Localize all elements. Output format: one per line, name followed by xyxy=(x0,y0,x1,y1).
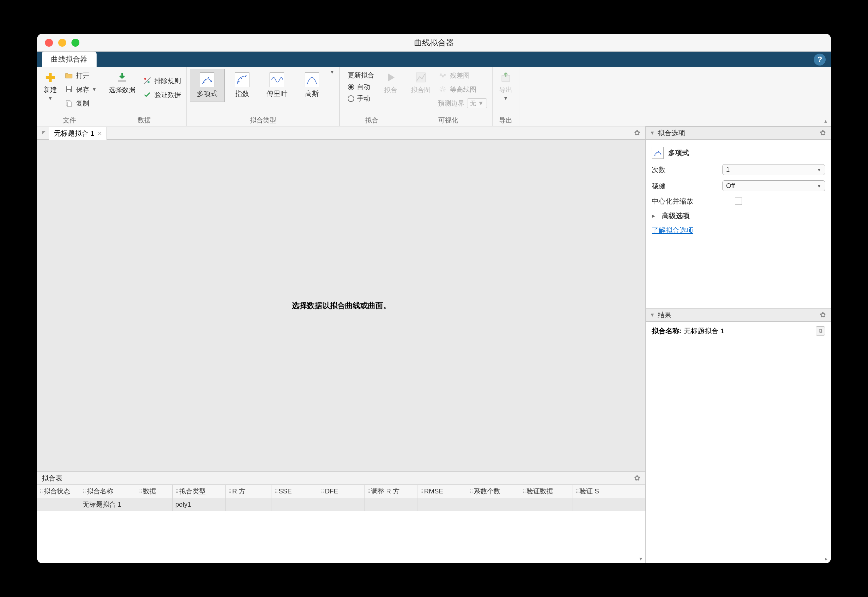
svg-rect-6 xyxy=(68,102,71,107)
robust-value: Off xyxy=(726,182,735,190)
select-data-button[interactable]: 选择数据 xyxy=(105,69,139,112)
app-tabstrip: 曲线拟合器 ? xyxy=(37,52,831,67)
fourier-label: 傅里叶 xyxy=(267,89,287,98)
col-fit-status[interactable]: ⠿拟合状态 xyxy=(37,485,80,498)
fit-type-gauss[interactable]: 高斯 xyxy=(298,69,326,102)
caret-down-icon: ▼ xyxy=(817,183,821,189)
visual-group-label: 可视化 xyxy=(407,114,489,126)
fit-type-more-button[interactable]: ▾ xyxy=(328,69,336,75)
copy-icon: ⧉ xyxy=(819,328,822,334)
validate-data-button[interactable]: 验证数据 xyxy=(141,88,183,101)
svg-rect-4 xyxy=(67,90,70,92)
robust-select[interactable]: Off ▼ xyxy=(723,180,825,191)
col-fit-name[interactable]: ⠿拟合名称 xyxy=(80,485,136,498)
results-fit-name-value: 无标题拟合 1 xyxy=(684,327,724,334)
col-rsq[interactable]: ⠿R 方 xyxy=(226,485,272,498)
help-button[interactable]: ? xyxy=(814,53,826,65)
svg-marker-18 xyxy=(388,73,395,82)
copy-label: 复制 xyxy=(76,99,89,108)
col-dfe[interactable]: ⠿DFE xyxy=(318,485,364,498)
gauss-icon xyxy=(305,73,319,87)
fit-type-exp[interactable]: 指数 xyxy=(228,69,256,102)
residual-icon xyxy=(438,71,447,80)
gear-icon[interactable]: ✿ xyxy=(634,474,640,483)
svg-point-25 xyxy=(441,88,444,91)
advanced-options-toggle[interactable]: ▸ 高级选项 xyxy=(652,208,825,223)
col-valdata[interactable]: ⠿验证数据 xyxy=(520,485,573,498)
gear-icon[interactable]: ✿ xyxy=(820,311,826,319)
close-window-button[interactable] xyxy=(45,39,53,47)
copy-results-button[interactable]: ⧉ xyxy=(816,326,825,336)
save-button[interactable]: 保存 ▼ xyxy=(62,83,99,96)
contour-button[interactable]: 等高线图 xyxy=(436,83,489,96)
table-row[interactable]: 无标题拟合 1 poly1 xyxy=(37,498,645,511)
traffic-lights xyxy=(37,39,79,47)
fit-label: 拟合 xyxy=(384,85,397,94)
col-adj-rsq[interactable]: ⠿调整 R 方 xyxy=(364,485,418,498)
col-fit-type[interactable]: ⠿拟合类型 xyxy=(173,485,226,498)
svg-point-23 xyxy=(444,74,446,76)
svg-point-17 xyxy=(245,76,246,77)
fit-button[interactable]: 拟合 xyxy=(381,69,401,112)
gear-icon[interactable]: ✿ xyxy=(820,129,826,137)
fit-type-name: 多项式 xyxy=(668,148,689,157)
gauss-label: 高斯 xyxy=(305,89,319,98)
residual-button[interactable]: 残差图 xyxy=(436,69,489,82)
file-group-label: 文件 xyxy=(40,114,99,126)
fit-type-poly[interactable]: 多项式 xyxy=(190,69,225,102)
save-icon xyxy=(64,85,73,94)
manual-radio[interactable]: 手动 xyxy=(348,93,374,104)
poly-icon xyxy=(652,147,664,159)
col-rmse[interactable]: ⠿RMSE xyxy=(418,485,467,498)
fit-tab[interactable]: 无标题拟合 1 × xyxy=(49,127,107,140)
caret-down-icon: ▼ xyxy=(817,167,821,172)
col-ncoeff[interactable]: ⠿系数个数 xyxy=(467,485,520,498)
close-tab-button[interactable]: × xyxy=(98,129,102,137)
ribbon-group-data: 选择数据 排除规则 验证数据 xyxy=(102,67,187,126)
results-header[interactable]: ▼ 结果 ✿ xyxy=(646,309,831,322)
radio-checked-icon xyxy=(348,84,354,91)
minimize-window-button[interactable] xyxy=(58,39,66,47)
fit-table-head-row: ⠿拟合状态 ⠿拟合名称 ⠿数据 ⠿拟合类型 ⠿R 方 ⠿SSE ⠿DFE ⠿调整… xyxy=(37,485,645,498)
fit-options-body: 多项式 次数 1 ▼ 稳健 Off ▼ 中心化并 xyxy=(646,140,831,242)
degree-select[interactable]: 1 ▼ xyxy=(723,164,825,175)
center-scale-label: 中心化并缩放 xyxy=(652,197,730,206)
triangle-down-icon: ▼ xyxy=(650,130,655,136)
ribbon-group-fittype: 多项式 指数 傅里叶 xyxy=(187,67,340,126)
maximize-window-button[interactable] xyxy=(71,39,79,47)
results-fit-name-label: 拟合名称: xyxy=(652,327,682,334)
gear-icon[interactable]: ✿ xyxy=(634,129,640,137)
results-title: 结果 xyxy=(658,310,671,320)
fit-tab-label: 无标题拟合 1 xyxy=(54,129,95,138)
copy-button[interactable]: 复制 xyxy=(62,97,99,110)
select-data-label: 选择数据 xyxy=(109,85,135,94)
caret-down-icon: ▼ xyxy=(504,96,508,101)
svg-point-26 xyxy=(442,89,443,90)
data-group-label: 数据 xyxy=(105,114,183,126)
ribbon-collapse-button[interactable]: ▴ xyxy=(821,67,831,126)
row-fit-type: poly1 xyxy=(173,498,226,511)
fit-plot-button[interactable]: 拟合图 xyxy=(407,69,434,112)
fit-table-title: 拟合表 xyxy=(41,474,62,483)
learn-fit-options-link[interactable]: 了解拟合选项 xyxy=(652,226,693,235)
col-valsse[interactable]: ⠿验证 S xyxy=(573,485,645,498)
radio-unchecked-icon xyxy=(348,95,354,102)
validate-data-label: 验证数据 xyxy=(154,91,181,99)
open-button[interactable]: 打开 xyxy=(62,69,99,82)
col-sse[interactable]: ⠿SSE xyxy=(272,485,318,498)
advanced-label: 高级选项 xyxy=(662,211,690,220)
col-data[interactable]: ⠿数据 xyxy=(136,485,173,498)
center-scale-checkbox[interactable] xyxy=(735,198,742,205)
fit-options-header[interactable]: ▼ 拟合选项 ✿ xyxy=(646,126,831,140)
predict-bounds-row: 预测边界 无 ▼ xyxy=(436,97,489,110)
app-tab-curvefitter[interactable]: 曲线拟合器 xyxy=(41,52,96,67)
predict-bounds-select[interactable]: 无 ▼ xyxy=(467,98,487,108)
fit-type-fourier[interactable]: 傅里叶 xyxy=(260,69,295,102)
auto-radio[interactable]: 自动 xyxy=(348,81,374,93)
ribbon-group-fit: 更新拟合 自动 手动 拟合 拟合 xyxy=(340,67,404,126)
robust-label: 稳健 xyxy=(652,181,718,191)
exclude-rules-button[interactable]: 排除规则 xyxy=(141,74,183,88)
ribbon-group-file: 新建 ▼ 打开 保存 ▼ xyxy=(37,67,102,126)
export-button[interactable]: 导出 ▼ xyxy=(496,69,516,112)
new-button[interactable]: 新建 ▼ xyxy=(40,69,60,112)
